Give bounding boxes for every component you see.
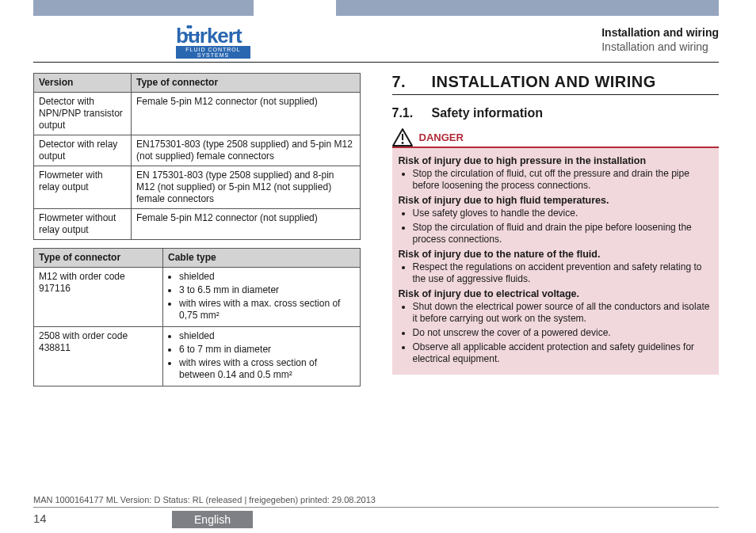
page-number: 14 bbox=[33, 512, 47, 525]
list-item: Observe all applicable accident protecti… bbox=[413, 341, 713, 365]
top-tab-right bbox=[336, 0, 719, 16]
table-row: Detector with relay output EN175301-803 … bbox=[34, 135, 361, 166]
list-item: Do not unscrew the cover of a powered de… bbox=[413, 327, 713, 339]
list-item: with wires with a cross section of betwe… bbox=[179, 357, 355, 381]
danger-heading: DANGER bbox=[392, 128, 720, 147]
table-header: Type of connector bbox=[132, 74, 361, 93]
breadcrumb-light: Installation and wiring bbox=[601, 40, 719, 54]
warning-icon bbox=[392, 128, 413, 147]
danger-label: DANGER bbox=[419, 131, 464, 143]
risk-heading: Risk of injury due to electrical voltage… bbox=[399, 288, 713, 299]
list-item: Stop the circulation of fluid, cut off t… bbox=[413, 168, 713, 192]
breadcrumb-bold: Installation and wiring bbox=[601, 25, 719, 40]
breadcrumb: Installation and wiring Installation and… bbox=[601, 25, 719, 54]
page-header: •• burkert FLUID CONTROL SYSTEMS Install… bbox=[33, 21, 719, 63]
section-heading: 7.INSTALLATION AND WIRING bbox=[392, 73, 720, 95]
svg-point-2 bbox=[401, 142, 403, 144]
footer-divider bbox=[33, 507, 719, 508]
table-row: Flowmeter with relay output EN 175301-80… bbox=[34, 166, 361, 209]
table-header: Cable type bbox=[163, 249, 361, 268]
left-column: Version Type of connector Detector with … bbox=[33, 73, 361, 394]
table-row: M12 with order code 917116 shielded 3 to… bbox=[34, 268, 361, 327]
risk-heading: Risk of injury due to high fluid tempera… bbox=[399, 195, 713, 206]
danger-box: Risk of injury due to high pressure in t… bbox=[392, 147, 720, 375]
table-row: Flowmeter without relay output Female 5-… bbox=[34, 209, 361, 240]
list-item: shielded bbox=[179, 330, 355, 342]
top-tab-left bbox=[33, 0, 254, 16]
right-column: 7.INSTALLATION AND WIRING 7.1.Safety inf… bbox=[392, 73, 720, 394]
list-item: shielded bbox=[179, 271, 355, 283]
list-item: with wires with a max. cross section of … bbox=[179, 298, 355, 322]
table-row: Detector with NPN/PNP transistor output … bbox=[34, 93, 361, 135]
list-item: 6 to 7 mm in diameter bbox=[179, 344, 355, 356]
brand-logo: •• burkert FLUID CONTROL SYSTEMS bbox=[176, 24, 250, 59]
cable-table: Type of connector Cable type M12 with or… bbox=[33, 248, 361, 386]
list-item: Use safety gloves to handle the device. bbox=[413, 207, 713, 219]
table-header: Type of connector bbox=[34, 249, 163, 268]
list-item: Respect the regulations on accident prev… bbox=[413, 261, 713, 285]
table-row: 2508 with order code 438811 shielded 6 t… bbox=[34, 327, 361, 386]
list-item: Stop the circulation of fluid and drain … bbox=[413, 222, 713, 246]
list-item: Shut down the electrical power source of… bbox=[413, 301, 713, 325]
logo-text: •• burkert bbox=[176, 24, 250, 48]
risk-heading: Risk of injury due to the nature of the … bbox=[399, 249, 713, 260]
risk-heading: Risk of injury due to high pressure in t… bbox=[399, 155, 713, 166]
subsection-heading: 7.1.Safety information bbox=[392, 106, 720, 120]
connector-table: Version Type of connector Detector with … bbox=[33, 73, 361, 240]
footer-meta: MAN 1000164177 ML Version: D Status: RL … bbox=[33, 495, 376, 504]
list-item: 3 to 6.5 mm in diameter bbox=[179, 284, 355, 296]
table-header: Version bbox=[34, 74, 132, 93]
language-badge: English bbox=[172, 511, 253, 528]
